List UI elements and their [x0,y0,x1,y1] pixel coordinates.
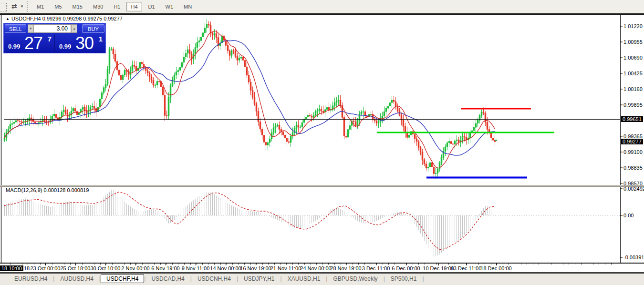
collapse-triangle-icon[interactable]: ▲ [6,17,10,21]
price-axis-current-label: 0.99277 [621,139,643,144]
chart-tab-eurusd[interactable]: EURUSD,H4 [9,275,53,283]
top-toolbar: ⇄ ▼ M1M5M15M30H1H4D1W1MN [0,0,644,13]
time-axis-minor-tick [605,264,605,265]
time-axis-label: 13 Dec 11:00 [451,265,482,271]
time-axis-minor-tick [545,264,545,265]
time-axis-minor-tick [208,264,208,265]
mt4-window: { "toolbar": { "timeframes": ["M1","M5",… [0,0,644,285]
time-axis-minor-tick [256,264,257,265]
timeframe-button-h4[interactable]: H4 [126,2,142,11]
time-axis-minor-tick [316,264,317,265]
buy-button[interactable]: BUY [82,24,104,33]
timeframe-button-m5[interactable]: M5 [50,2,66,11]
time-axis-minor-tick [371,264,371,265]
time-axis-minor-tick [395,264,395,265]
time-axis-label: 3 Dec 11:00 [362,265,390,271]
time-axis-minor-tick [172,264,173,265]
chart-tab-usdchf[interactable]: USDCHF,H4 [101,275,144,283]
chart-tab-xauusd[interactable]: XAUUSD,H1 [282,275,326,283]
time-axis-minor-tick [551,264,551,265]
price-axis-current-label: 0.99651 [621,116,643,122]
time-axis-label: 24 Nov 00:00 [300,265,331,271]
timeframe-button-h1[interactable]: H1 [109,2,125,11]
timeframe-button-m30[interactable]: M30 [89,2,107,11]
time-axis-label: 2 Nov 00:00 [121,265,149,271]
chart-tab-gbpusd[interactable]: GBPUSD,Weekly [327,275,383,283]
sell-price-display[interactable]: 0.99 27 7 [4,34,55,52]
macd-histogram [5,190,495,257]
time-axis-minor-tick [250,264,251,265]
time-axis-minor-tick [214,264,215,265]
sell-button[interactable]: SELL [5,24,26,33]
time-axis-current-label: 18 10:00 [0,265,23,271]
time-axis-minor-tick [448,264,449,265]
timeframe-button-m1[interactable]: M1 [32,2,48,11]
chart-tab-usdjpy[interactable]: USDJPY,H1 [238,275,280,283]
volume-input[interactable]: 3.00 [33,24,71,33]
buy-price-display[interactable]: 0.99 30 1 [55,34,105,52]
tick-arrows-icon[interactable]: ⇄ [11,2,17,12]
price-axis-label: 1.01220 [623,23,643,29]
time-axis-minor-tick [160,264,161,265]
toolbar-grip[interactable] [27,1,28,12]
time-axis-minor-tick [52,264,52,265]
timeframe-button-mn[interactable]: MN [179,2,196,11]
dropdown-caret-icon[interactable]: ▼ [20,4,24,14]
time-axis-minor-tick [322,264,323,265]
time-axis-minor-tick [587,264,587,265]
time-axis-minor-tick [478,264,479,265]
time-axis[interactable]: 18 10:001823 Oct 00:0025 Oct 18:0030 Oct… [0,264,644,272]
chart-tab-sp500[interactable]: SP500,H1 [385,275,423,283]
time-axis-label: 18 Dec 00:00 [480,265,511,271]
macd-label: MACD(12,26,9) 0.000128 0.000819 [6,187,89,193]
time-axis-minor-tick [461,264,461,265]
sell-price-pip: 7 [48,35,52,43]
scrollbar-thumb[interactable] [0,272,644,274]
time-axis-label: 28 Nov 19:00 [330,265,361,271]
time-axis-minor-tick [467,264,467,265]
chart-tab-usdcnh[interactable]: USDCNH,H4 [192,275,237,283]
chart-tab-audusd[interactable]: AUDUSD,H4 [54,275,99,283]
timeframe-button-m15[interactable]: M15 [68,2,87,11]
sell-price-prefix: 0.99 [8,43,20,50]
time-axis-minor-tick [353,264,353,265]
time-axis-minor-tick [341,264,341,265]
time-axis-minor-tick [166,264,166,265]
time-axis-label: 25 Oct 18:00 [61,265,91,271]
ma-slow-line [4,41,495,155]
time-axis-minor-tick [599,264,599,265]
timeframe-button-w1[interactable]: W1 [161,2,178,11]
time-axis-minor-tick [28,264,28,265]
price-axis-label: 0.98835 [623,165,643,171]
time-axis-minor-tick [232,264,233,265]
chart-shift-icon[interactable] [0,3,7,11]
buy-price-pip: 1 [99,35,103,43]
chart-tab-usdcad[interactable]: USDCAD,H4 [145,275,190,283]
price-axis-label: 1.00690 [623,55,643,61]
time-axis-minor-tick [539,264,539,265]
time-axis-minor-tick [611,264,612,265]
time-axis-minor-tick [334,264,335,265]
time-axis-minor-tick [268,264,269,265]
time-axis-minor-tick [473,264,473,265]
time-axis-minor-tick [238,264,239,265]
time-axis-minor-tick [4,264,4,265]
time-axis-label: 23 Oct 00:00 [31,265,61,271]
time-axis-minor-tick [184,264,185,265]
time-axis-minor-tick [244,264,245,265]
time-axis-minor-tick [178,264,178,265]
tab-separator: | [422,275,424,282]
time-axis-minor-tick [388,264,389,265]
time-axis-minor-tick [274,264,275,265]
chart-tab-bar: EURUSD,H4|AUDUSD,H4|USDCHF,H4|USDCAD,H4|… [0,274,644,283]
time-axis-minor-tick [82,264,83,265]
time-axis-minor-tick [364,264,365,265]
price-axis-label: -0.003913 [623,254,644,260]
time-axis-minor-tick [40,264,41,265]
time-axis-minor-tick [443,264,443,265]
macd-indicator-canvas[interactable] [0,187,644,263]
volume-increase-button[interactable]: ▲ [71,24,77,33]
time-axis-minor-tick [311,264,311,265]
time-axis-minor-tick [383,264,383,265]
time-axis-minor-tick [455,264,455,265]
